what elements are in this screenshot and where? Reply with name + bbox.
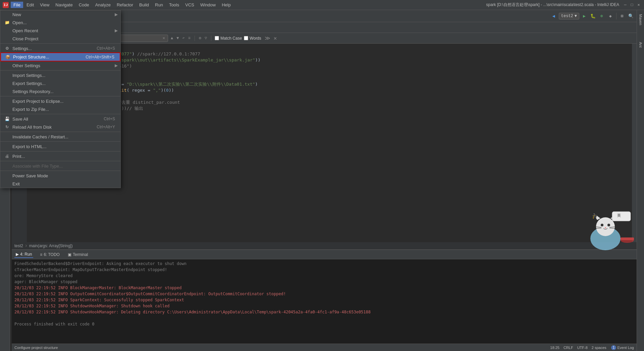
bottom-tab-run[interactable]: ▶ 4: Run: [14, 251, 33, 258]
log-line-9: 20/12/03 22:19:52 INFO ShutdownHookManag…: [14, 309, 634, 315]
menu-code[interactable]: Code: [76, 2, 92, 8]
run-button[interactable]: ▶: [581, 12, 588, 20]
svg-point-5: [607, 224, 610, 226]
breadcrumb-main: main(args: Array[String]): [29, 244, 73, 248]
menu-analyze[interactable]: Analyze: [93, 2, 113, 8]
cat-decoration: 英 🎓: [575, 205, 636, 252]
separator-4: [0, 114, 120, 114]
debug-button[interactable]: 🐛: [589, 12, 597, 20]
run-config-name: test2: [561, 14, 573, 18]
svg-text:英: 英: [617, 213, 621, 217]
menu-item-project-structure[interactable]: 📦 Project Structure... Ctrl+Alt+Shift+S: [0, 52, 120, 61]
menu-run[interactable]: Run: [152, 2, 166, 8]
search-clear-icon[interactable]: ✕: [162, 36, 166, 41]
bottom-tab-terminal[interactable]: ▣ Terminal: [66, 252, 89, 258]
file-menu: ▶ New 📁 Open... ▶ Open Recent Close Proj…: [0, 10, 121, 188]
bottom-content[interactable]: FinedSchedulerBackend$DriverEndpoint: As…: [12, 259, 637, 344]
menu-item-new[interactable]: ▶ New: [0, 10, 120, 18]
ant-label[interactable]: Ant: [638, 39, 643, 50]
menu-help[interactable]: Help: [219, 2, 233, 8]
minimize-button[interactable]: ─: [623, 2, 628, 8]
right-panel: Maven Ant: [637, 10, 644, 351]
svg-point-1: [596, 217, 615, 236]
menu-item-export-eclipse[interactable]: Export Project to Eclipse...: [0, 97, 120, 105]
search-everywhere-icon[interactable]: 🔍: [627, 12, 635, 20]
search-next-icon[interactable]: ▼: [176, 36, 179, 41]
status-encoding[interactable]: CRLF: [564, 346, 573, 350]
menu-item-save-all[interactable]: 💾 Save All Ctrl+S: [0, 115, 120, 123]
maximize-button[interactable]: □: [629, 2, 635, 8]
words-label[interactable]: Words: [244, 36, 261, 41]
log-line-5: 20/12/03 22:19:52 INFO BlockManagerMaste…: [14, 285, 634, 291]
print-icon: 🖨: [4, 154, 10, 159]
settings-shortcut: Ctrl+Alt+S: [97, 46, 115, 51]
words-text: Words: [250, 36, 261, 41]
search-expand-icon[interactable]: ≫: [265, 35, 270, 42]
menu-item-settings[interactable]: ⚙ Settings... Ctrl+Alt+S: [0, 44, 120, 52]
menu-window[interactable]: Window: [198, 2, 218, 8]
menu-item-export-html[interactable]: Export to HTML...: [0, 142, 120, 150]
log-line-4: ager: BlockManager stopped: [14, 279, 634, 285]
menu-vcs[interactable]: VCS: [182, 2, 197, 8]
words-checkbox[interactable]: [244, 36, 248, 40]
menu-item-exit[interactable]: Exit: [0, 180, 120, 188]
search-prev-icon[interactable]: ▲: [170, 36, 174, 41]
menu-navigate[interactable]: Navigate: [53, 2, 75, 8]
separator-9: [0, 171, 120, 171]
match-case-checkbox[interactable]: [215, 36, 219, 40]
menu-item-settings-repository[interactable]: Settings Repository...: [0, 87, 120, 95]
reload-shortcut: Ctrl+Alt+Y: [97, 125, 115, 129]
search-options-icon[interactable]: ⚙: [198, 36, 202, 41]
event-log-badge: 1: [611, 345, 616, 350]
run-tab-icon: ▶: [16, 252, 19, 257]
menu-item-import-settings[interactable]: Import Settings...: [0, 71, 120, 79]
maven-label[interactable]: Maven: [638, 11, 643, 28]
search-filter2-icon[interactable]: ▽: [204, 36, 208, 41]
log-line-10: [14, 315, 634, 321]
menu-item-print[interactable]: 🖨 Print...: [0, 152, 120, 160]
bottom-tabs: ▶ 4: Run ≡ 6: TODO ▣ Terminal: [12, 250, 637, 259]
status-indent[interactable]: 2 spaces: [592, 346, 606, 350]
menu-file[interactable]: File: [11, 2, 23, 8]
profile-button[interactable]: ◈: [607, 12, 614, 20]
menu-item-export-settings[interactable]: Export Settings...: [0, 79, 120, 87]
menu-item-close-project[interactable]: Close Project: [0, 35, 120, 43]
menu-item-open-recent[interactable]: ▶ Open Recent: [0, 27, 120, 35]
open-icon: 📁: [4, 20, 10, 25]
log-line-2: cTrackerMasterEndpoint: MapOutputTracker…: [14, 267, 634, 273]
event-log-item[interactable]: 1 Event Log: [610, 345, 634, 350]
save-icon: 💾: [4, 117, 10, 121]
menu-item-associate: Associate with File Type...: [0, 162, 120, 170]
bottom-panel: ▶ 4: Run ≡ 6: TODO ▣ Terminal FinedSched…: [12, 250, 637, 344]
match-case-label[interactable]: Match Case: [215, 36, 242, 41]
app-icon: IJ: [3, 2, 9, 8]
window-title: spark [D:\自然语言处理\spark] - ...\src\main\s…: [486, 2, 619, 8]
status-charset[interactable]: UTF-8: [577, 346, 588, 350]
menu-item-open[interactable]: 📁 Open...: [0, 18, 120, 27]
log-line-3: ore: MemoryStore cleared: [14, 273, 634, 279]
search-filter-icon[interactable]: ≡: [187, 36, 191, 41]
menu-build[interactable]: Build: [137, 2, 152, 8]
run-coverage-button[interactable]: ⊕: [598, 12, 605, 20]
menu-item-power-save[interactable]: Power Save Mode: [0, 172, 120, 180]
menu-tools[interactable]: Tools: [166, 2, 182, 8]
frame-icon[interactable]: ⊞: [619, 12, 626, 20]
menu-refactor[interactable]: Refactor: [114, 2, 136, 8]
log-line-1: FinedSchedulerBackend$DriverEndpoint: As…: [14, 261, 634, 267]
toolbar-back-icon[interactable]: ◀: [550, 12, 557, 20]
svg-point-6: [605, 227, 606, 228]
menu-item-invalidate[interactable]: Invalidate Caches / Restart...: [0, 133, 120, 141]
bottom-tab-todo[interactable]: ≡ 6: TODO: [39, 252, 61, 258]
menu-view[interactable]: View: [37, 2, 52, 8]
search-close-icon[interactable]: ✕: [274, 35, 277, 42]
close-button[interactable]: ✕: [636, 2, 641, 8]
breadcrumb-test2: test2: [14, 244, 23, 248]
menu-item-reload[interactable]: ↻ Reload All from Disk Ctrl+Alt+Y: [0, 123, 120, 131]
run-config-selector[interactable]: test2 ▼: [559, 13, 579, 19]
menu-item-export-zip[interactable]: Export to Zip File...: [0, 105, 120, 113]
menu-item-other-settings[interactable]: ▶ Other Settings: [0, 61, 120, 70]
status-right: 18:25 CRLF UTF-8 2 spaces 1 Event Log: [550, 345, 634, 350]
menu-edit[interactable]: Edit: [24, 2, 37, 8]
todo-tab-icon: ≡: [40, 252, 42, 257]
search-wrap-icon[interactable]: ↶: [181, 36, 185, 41]
